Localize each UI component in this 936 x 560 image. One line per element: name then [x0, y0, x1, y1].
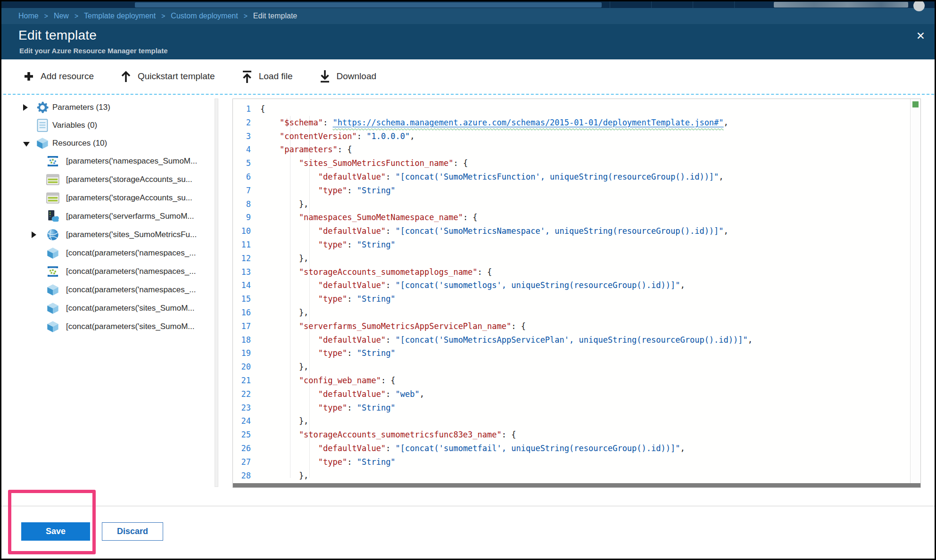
upload-icon — [241, 70, 253, 83]
tree-item[interactable]: [parameters('sites_SumoMetricsFu... — [1, 226, 216, 244]
discard-button[interactable]: Discard — [102, 522, 163, 541]
load-file-button[interactable]: Load file — [241, 70, 293, 83]
download-button[interactable]: Download — [319, 70, 377, 83]
collapsed-chevron-icon[interactable] — [32, 231, 38, 238]
code-line: 25 "storageAccounts_sumometricsfunc83e3_… — [233, 428, 909, 442]
breadcrumb: Home>New>Template deployment>Custom depl… — [1, 8, 935, 24]
close-icon[interactable]: ✕ — [916, 31, 925, 41]
tree-item-label: [parameters('storageAccounts_su... — [66, 193, 192, 203]
footer-divider — [1, 506, 935, 506]
code-text: "storageAccounts_sumometapplogs_name": { — [260, 265, 492, 279]
collapsed-chevron-icon[interactable] — [23, 104, 30, 111]
line-number: 20 — [233, 360, 260, 374]
topbar-divider — [610, 1, 610, 8]
code-line: 24 }, — [233, 414, 909, 428]
tree-item-label: [parameters('serverfarms_SumoM... — [66, 212, 194, 221]
tree-item[interactable]: [concat(parameters('namespaces_... — [1, 244, 216, 262]
tree-item[interactable]: [parameters('serverfarms_SumoM... — [1, 207, 216, 225]
code-line: 13 "storageAccounts_sumometapplogs_name"… — [233, 265, 909, 279]
breadcrumb-separator: > — [44, 12, 48, 20]
add-resource-button[interactable]: Add resource — [23, 71, 94, 82]
expanded-chevron-icon[interactable] — [23, 140, 30, 147]
code-line: 12 }, — [233, 252, 909, 265]
code-text: }, — [260, 414, 308, 428]
toolbar-button-label: Load file — [259, 71, 293, 82]
code-editor[interactable]: 1{2 "$schema": "https://schema.managemen… — [232, 99, 921, 488]
topbar-divider — [651, 1, 652, 8]
serverfarm-icon — [46, 209, 60, 223]
code-text: "serverfarms_SumoMetricsAppServicePlan_n… — [260, 320, 526, 333]
code-text: "sites_SumoMetricsFunction_name": { — [260, 156, 468, 170]
tree-item[interactable]: [parameters('storageAccounts_su... — [1, 171, 216, 189]
code-text: "defaultValue": "[concat('SumoMetricsFun… — [260, 170, 724, 184]
line-number: 4 — [233, 143, 260, 156]
breadcrumb-separator: > — [244, 12, 248, 20]
focus-dashed-border — [3, 94, 934, 95]
tree-item[interactable]: [parameters('namespaces_SumoM... — [1, 152, 216, 170]
tree-item-label: [concat(parameters('namespaces_... — [66, 267, 196, 276]
overview-ruler-marker — [912, 101, 919, 107]
line-number: 23 — [233, 401, 260, 415]
line-number: 11 — [233, 238, 260, 252]
line-number: 13 — [233, 265, 260, 279]
toolbar-button-label: Download — [337, 71, 377, 82]
line-number: 27 — [233, 455, 260, 469]
tree-item[interactable]: [parameters('storageAccounts_su... — [1, 189, 216, 207]
breadcrumb-separator: > — [75, 12, 78, 20]
code-line: 23 "type": "String" — [233, 401, 909, 415]
tree-item[interactable]: [concat(parameters('sites_SumoM... — [1, 318, 216, 336]
breadcrumb-item-new[interactable]: New — [54, 12, 69, 20]
editor-horizontal-scrollbar[interactable] — [233, 483, 920, 487]
toolbar-button-label: Quickstart template — [138, 71, 215, 82]
code-line: 1{ — [233, 102, 909, 116]
code-text: }, — [260, 306, 308, 320]
code-line: 15 "type": "String" — [233, 292, 909, 306]
code-text: "$schema": "https://schema.management.az… — [260, 116, 729, 130]
resource-tree: Parameters (13)Variables (0)Resources (1… — [1, 96, 223, 488]
blade-header: Edit template Edit your Azure Resource M… — [1, 24, 935, 59]
toolbar-button-label: Add resource — [41, 71, 94, 82]
tree-scrollbar[interactable] — [215, 99, 218, 487]
resources-cube-icon — [46, 246, 60, 260]
line-number: 17 — [233, 320, 260, 333]
resources-cube-icon — [46, 283, 60, 297]
breadcrumb-item-template-deployment[interactable]: Template deployment — [84, 12, 156, 20]
code-line: 14 "defaultValue": "[concat('sumometlogs… — [233, 279, 909, 292]
editor-vertical-scrollbar[interactable] — [910, 99, 920, 487]
breadcrumb-item-custom-deployment[interactable]: Custom deployment — [171, 12, 238, 20]
tree-item[interactable]: Variables (0) — [1, 116, 216, 134]
code-text: }, — [260, 360, 308, 374]
edit-template-window: Home>New>Template deployment>Custom depl… — [0, 0, 936, 560]
avatar[interactable] — [913, 0, 925, 11]
breadcrumb-item-home[interactable]: Home — [18, 12, 39, 20]
resources-cube-icon — [35, 136, 50, 150]
code-text: "config_web_name": { — [260, 374, 396, 387]
code-line: 5 "sites_SumoMetricsFunction_name": { — [233, 156, 909, 170]
tree-item[interactable]: Resources (10) — [1, 134, 216, 152]
tree-item[interactable]: [concat(parameters('namespaces_... — [1, 281, 216, 299]
command-bar: Add resourceQuickstart templateLoad file… — [1, 59, 935, 93]
line-number: 12 — [233, 252, 260, 265]
tree-item-label: [concat(parameters('namespaces_... — [66, 285, 196, 295]
code-line: 22 "defaultValue": "web", — [233, 387, 909, 401]
code-line: 11 "type": "String" — [233, 238, 909, 252]
save-button[interactable]: Save — [21, 522, 90, 541]
global-search-input[interactable] — [135, 2, 602, 8]
resources-cube-icon — [46, 320, 60, 334]
code-text: "defaultValue": "web", — [260, 387, 424, 401]
user-account-blurred — [774, 2, 908, 8]
code-text: }, — [260, 469, 308, 483]
schema-url-link[interactable]: "https://schema.management.azure.com/sch… — [333, 118, 724, 127]
servicebus-blue-icon — [46, 154, 60, 168]
resources-cube-icon — [46, 301, 60, 315]
breadcrumb-separator: > — [161, 12, 165, 20]
tree-item[interactable]: [concat(parameters('namespaces_... — [1, 263, 216, 280]
tree-item[interactable]: [concat(parameters('sites_SumoM... — [1, 299, 216, 317]
quickstart-template-button[interactable]: Quickstart template — [120, 70, 215, 82]
tree-item[interactable]: Parameters (13) — [1, 99, 216, 116]
line-number: 14 — [233, 279, 260, 292]
code-text: { — [260, 102, 265, 116]
page-title: Edit template — [18, 28, 97, 43]
line-number: 16 — [233, 306, 260, 320]
line-number: 22 — [233, 387, 260, 401]
